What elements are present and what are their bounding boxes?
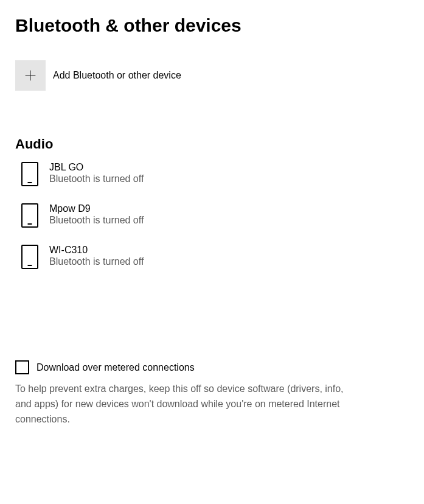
device-name: WI-C310 [49,245,144,256]
metered-description: To help prevent extra charges, keep this… [15,382,344,427]
device-name: JBL GO [49,162,144,173]
metered-checkbox[interactable] [15,360,29,374]
plus-icon [15,60,46,91]
device-icon [21,203,38,228]
add-device-label: Add Bluetooth or other device [53,70,181,81]
device-name: Mpow D9 [49,203,144,214]
page-title: Bluetooth & other devices [15,15,409,36]
metered-checkbox-label: Download over metered connections [36,362,195,373]
device-icon [21,162,38,186]
device-status: Bluetooth is turned off [49,173,144,184]
audio-device-list: JBL GO Bluetooth is turned off Mpow D9 B… [15,162,409,269]
device-item[interactable]: WI-C310 Bluetooth is turned off [15,245,409,269]
add-device-button[interactable]: Add Bluetooth or other device [15,60,409,91]
device-item[interactable]: Mpow D9 Bluetooth is turned off [15,203,409,228]
device-icon [21,245,38,269]
audio-section-heading: Audio [15,136,409,152]
device-status: Bluetooth is turned off [49,256,144,267]
metered-checkbox-row[interactable]: Download over metered connections [15,360,409,374]
device-item[interactable]: JBL GO Bluetooth is turned off [15,162,409,186]
device-status: Bluetooth is turned off [49,215,144,226]
